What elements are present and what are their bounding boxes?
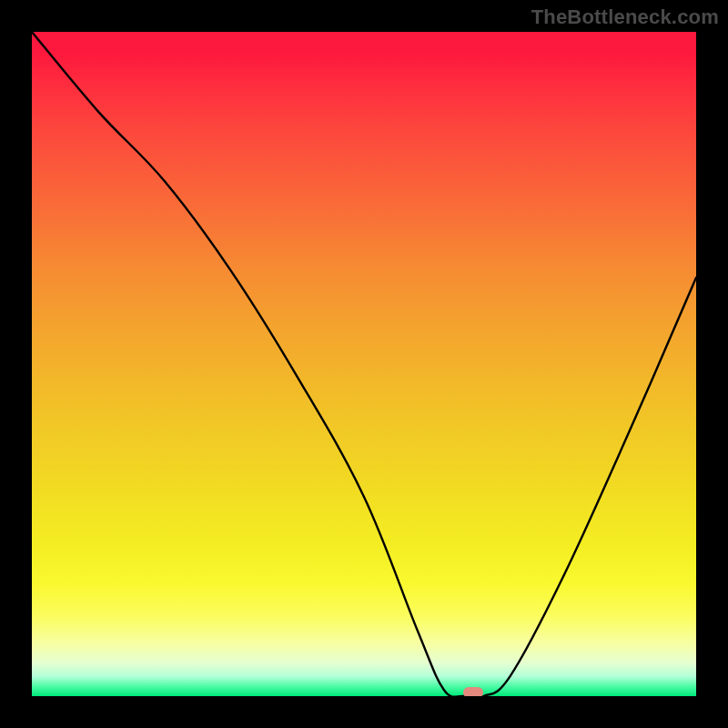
plot-area [32,32,696,696]
chart-container: TheBottleneck.com [0,0,728,728]
optimal-marker-icon [463,687,483,696]
bottleneck-curve [32,32,696,696]
watermark-text: TheBottleneck.com [531,5,719,29]
